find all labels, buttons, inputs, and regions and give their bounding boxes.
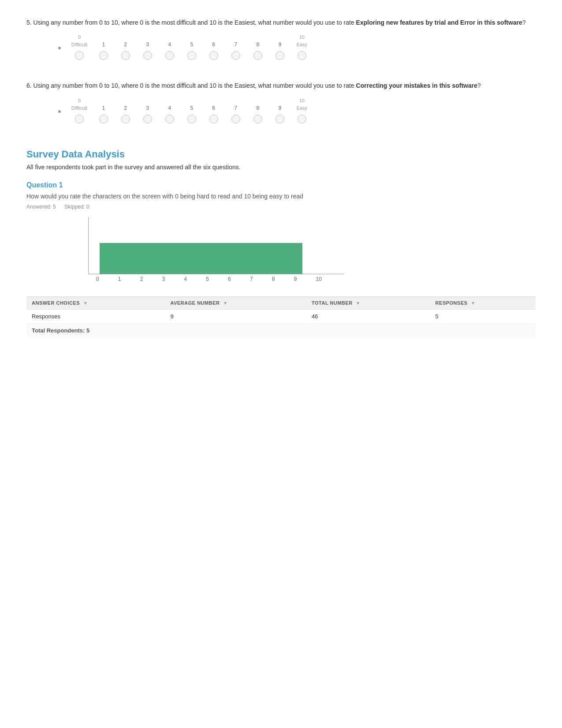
radio-3-5[interactable] [137,49,159,63]
radio-9-6[interactable] [269,113,291,127]
radio-10-5[interactable] [291,49,313,63]
scale-label-0-top-5: 0 [66,34,93,41]
question-5-text: 5. Using any number from 0 to 10, where … [26,18,536,27]
x-label-7: 7 [250,276,253,282]
bar-chart: 0 1 2 3 4 5 6 7 8 9 10 [88,217,344,287]
scale-num-4-5: 4 [159,41,181,49]
scale-num-7-6: 7 [225,105,247,113]
responses-sort-icon[interactable]: ▼ [471,301,475,306]
scale-col-6-6 [203,98,225,105]
scale-col-4-6 [159,98,181,105]
answer-choices-sort-icon[interactable]: ▼ [83,301,88,306]
radio-4-6[interactable] [159,113,181,127]
row-total: 46 [306,309,430,323]
col-responses[interactable]: RESPONSES ▼ [430,296,536,309]
scale-num-6-6: 6 [203,105,225,113]
radio-8-6[interactable] [247,113,269,127]
scale-num-5-5: 5 [181,41,203,49]
scale-table-6: 0 10 Difficult 1 2 3 4 [66,98,313,127]
x-label-1: 1 [118,276,121,282]
scale-col-9-5 [269,34,291,41]
radio-0-6[interactable] [66,113,93,127]
scale-col-5-5 [181,34,203,41]
x-label-9: 9 [294,276,297,282]
scale-num-2-6: 2 [115,105,137,113]
radio-7-5[interactable] [225,49,247,63]
question-1-header: Question 1 [26,181,536,189]
col-average-number[interactable]: AVERAGE NUMBER ▼ [165,296,306,309]
scale-col-8-6 [247,98,269,105]
scale-easy-5: Easy [291,41,313,49]
scale-col-6-5 [203,34,225,41]
scale-easy-6: Easy [291,105,313,113]
scale-num-2-5: 2 [115,41,137,49]
scale-col-4-5 [159,34,181,41]
chart-area [88,217,344,274]
question-6-scale: 0 10 Difficult 1 2 3 4 [53,98,536,127]
answered-count: Answered: 5 [26,204,56,210]
scale-num-9-6: 9 [269,105,291,113]
radio-5-6[interactable] [181,113,203,127]
scale-num-7-5: 7 [225,41,247,49]
average-number-label: AVERAGE NUMBER [171,300,220,306]
scale-num-3-5: 3 [137,41,159,49]
scale-num-6-5: 6 [203,41,225,49]
x-label-0: 0 [96,276,99,282]
survey-subtitle: All five respondents took part in the su… [26,164,536,171]
radio-4-5[interactable] [159,49,181,63]
radio-7-6[interactable] [225,113,247,127]
scale-col-1-5 [93,34,115,41]
scale-col-3-5 [137,34,159,41]
radio-2-5[interactable] [115,49,137,63]
scale-col-9-6 [269,98,291,105]
x-label-5: 5 [206,276,209,282]
scale-num-8-5: 8 [247,41,269,49]
radio-5-5[interactable] [181,49,203,63]
dot-col-6 [53,98,66,113]
answer-choices-label: ANSWER CHOICES [32,300,80,306]
scale-num-3-6: 3 [137,105,159,113]
question-5-block: 5. Using any number from 0 to 10, where … [26,18,536,63]
radio-6-6[interactable] [203,113,225,127]
row-answer: Responses [26,309,165,323]
responses-label: RESPONSES [435,300,468,306]
scale-num-8-6: 8 [247,105,269,113]
survey-title: Survey Data Analysis [26,149,536,160]
x-label-10: 10 [316,276,322,282]
question-1-analysis: Question 1 How would you rate the charac… [26,181,536,337]
radio-1-5[interactable] [93,49,115,63]
scale-col-2-6 [115,98,137,105]
table-row: Responses 9 46 5 [26,309,536,323]
scale-difficult-5: Difficult [66,41,93,49]
scale-col-2-5 [115,34,137,41]
radio-9-5[interactable] [269,49,291,63]
question-6-block: 6. Using any number from 0 to 10, where … [26,81,536,126]
scale-label-10-top-5: 10 [291,34,313,41]
radio-2-6[interactable] [115,113,137,127]
bar-green [100,243,302,274]
radio-6-5[interactable] [203,49,225,63]
scale-col-7-5 [225,34,247,41]
chart-x-labels: 0 1 2 3 4 5 6 7 8 9 10 [88,276,322,282]
question-5-scale: 0 10 Difficult 1 2 3 4 [53,34,536,63]
radio-0-5[interactable] [66,49,93,63]
question-6-text: 6. Using any number from 0 to 10, where … [26,81,536,90]
total-number-sort-icon[interactable]: ▼ [356,301,360,306]
col-total-number[interactable]: TOTAL NUMBER ▼ [306,296,430,309]
radio-1-6[interactable] [93,113,115,127]
scale-difficult-6: Difficult [66,105,93,113]
skipped-count: Skipped: 0 [64,204,89,210]
table-footer-row: Total Respondents: 5 [26,323,536,337]
scale-label-10-top-6: 10 [291,98,313,105]
survey-analysis-section: Survey Data Analysis All five respondent… [26,149,536,337]
scale-label-0-top-6: 0 [66,98,93,105]
radio-10-6[interactable] [291,113,313,127]
radio-8-5[interactable] [247,49,269,63]
row-average: 9 [165,309,306,323]
scale-col-1-6 [93,98,115,105]
radio-3-6[interactable] [137,113,159,127]
x-label-8: 8 [272,276,275,282]
average-number-sort-icon[interactable]: ▼ [223,301,227,306]
col-answer-choices[interactable]: ANSWER CHOICES ▼ [26,296,165,309]
data-table: ANSWER CHOICES ▼ AVERAGE NUMBER ▼ TOTAL … [26,296,536,337]
